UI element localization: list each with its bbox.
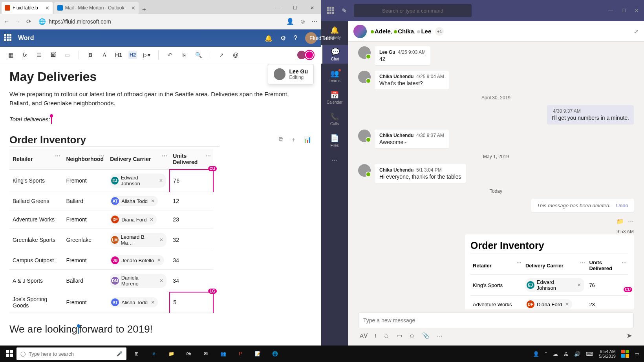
powerpoint-icon[interactable]: P xyxy=(232,347,248,360)
cell-units[interactable]: 76 xyxy=(170,170,213,192)
copy-component-icon[interactable]: ⧉ xyxy=(279,136,283,144)
participant-names[interactable]: Adele, Chika, Lee xyxy=(371,28,431,35)
person-chip[interactable]: EJEdward Johnson✕ xyxy=(110,174,166,188)
cell-units[interactable]: 34 xyxy=(170,270,213,292)
person-chip[interactable]: JBJenaro Botello✕ xyxy=(110,255,164,265)
attach-icon[interactable]: 📎 xyxy=(422,332,430,339)
add-icon[interactable]: ＋ xyxy=(290,136,296,144)
font-button[interactable]: A xyxy=(100,51,109,59)
rail-calendar[interactable]: 📅Calendar xyxy=(321,88,348,107)
cell-retailer[interactable]: Joe's Sporting Goods xyxy=(9,292,63,313)
settings-icon[interactable]: ⚙ xyxy=(280,35,286,42)
cell-units[interactable]: 12 xyxy=(170,192,213,210)
person-chip[interactable]: DFDiana Ford✕ xyxy=(110,214,157,225)
message-incoming[interactable]: Chika Uchendu 4/30 9:37 AMAwesome~ xyxy=(358,130,634,148)
cell-neighborhood[interactable]: Fremont xyxy=(63,251,107,270)
presence-avatar[interactable] xyxy=(304,50,315,60)
column-menu-icon[interactable]: ⋯ xyxy=(55,153,60,159)
cell-units[interactable]: 32 xyxy=(170,229,213,251)
new-message-icon[interactable]: ✎ xyxy=(342,7,347,15)
inventory-table[interactable]: Retailer⋯Neighborhood⋯Delivery Carrier⋯U… xyxy=(9,149,214,313)
table-header[interactable]: Retailer⋯ xyxy=(9,149,63,170)
document-canvas[interactable]: May Deliveries We're preparing to rollou… xyxy=(0,63,321,346)
person-chip[interactable]: LMLeonard B. Ma…✕ xyxy=(110,233,166,247)
table-header[interactable]: Neighborhood⋯ xyxy=(63,149,107,170)
chip-remove-icon[interactable]: ✕ xyxy=(150,217,154,222)
cell-retailer[interactable]: Adventure Works xyxy=(9,210,63,229)
search-icon[interactable]: 🔍 xyxy=(194,51,203,59)
cell-units[interactable]: 23 xyxy=(170,210,213,229)
table-row[interactable]: A & J SportsBallardDMDaniela Moreno✕34 xyxy=(9,270,213,292)
person-chip[interactable]: EJEdward Johnson✕ xyxy=(525,278,584,292)
help-icon[interactable]: ? xyxy=(294,35,297,42)
participant-overflow[interactable]: +1 xyxy=(435,27,444,36)
teams-app-icon[interactable]: 👥 xyxy=(215,347,231,360)
notepad-icon[interactable]: 📝 xyxy=(250,347,265,360)
rail-calls[interactable]: 📞Calls xyxy=(321,110,348,128)
gif-icon[interactable]: ▭ xyxy=(397,332,402,339)
presence-stack[interactable] xyxy=(296,50,315,60)
cell-retailer[interactable]: King's Sports xyxy=(9,170,63,192)
chip-remove-icon[interactable]: ✕ xyxy=(577,282,581,288)
table-header[interactable]: Units Delivered⋯ xyxy=(170,149,213,170)
cell-retailer[interactable]: Campus Outpost xyxy=(9,251,63,270)
message-avatar[interactable] xyxy=(358,46,371,59)
table-row[interactable]: Greenlake SportsGreenlakeLMLeonard B. Ma… xyxy=(9,229,213,251)
compose-input[interactable] xyxy=(363,317,629,324)
card-header[interactable]: Units Delivered⋯ xyxy=(587,256,628,275)
explorer-icon[interactable]: 📁 xyxy=(163,347,179,360)
table-row[interactable]: Adventure WorksFremontDFDiana Ford✕23 xyxy=(9,210,213,229)
cell-carrier[interactable]: ATAlisha Todd✕ xyxy=(107,192,170,210)
new-tab-button[interactable]: ＋ xyxy=(139,5,150,14)
section-heading[interactable]: Order Inventory xyxy=(9,134,220,146)
menu-icon[interactable]: ⋯ xyxy=(311,18,318,25)
cell-neighborhood[interactable]: Fremont xyxy=(63,292,107,313)
onedrive-icon[interactable]: ☁ xyxy=(553,351,558,357)
language-icon[interactable]: ⌨ xyxy=(586,351,593,357)
notifications-icon[interactable]: 🔔 xyxy=(265,35,273,42)
cell-neighborhood[interactable]: Greenlake xyxy=(63,229,107,251)
cell-carrier[interactable]: ATAlisha Todd✕ xyxy=(107,292,170,313)
task-view-icon[interactable]: ⊞ xyxy=(129,347,145,360)
cell-carrier[interactable]: EJEdward Johnson✕ xyxy=(107,170,170,192)
rail-chat[interactable]: 💬Chat xyxy=(321,45,348,64)
store-icon[interactable]: 🛍 xyxy=(181,347,196,360)
mic-icon[interactable]: 🎤 xyxy=(117,351,123,357)
formula-icon[interactable]: fx xyxy=(20,51,29,59)
chip-remove-icon[interactable]: ✕ xyxy=(151,300,155,305)
popout-icon[interactable]: ⤢ xyxy=(634,28,639,35)
mail-icon[interactable]: ✉ xyxy=(198,347,214,360)
card-header[interactable]: Retailer⋯ xyxy=(470,256,523,275)
send-icon[interactable]: ➤ xyxy=(626,331,632,340)
message-incoming[interactable]: Chika Uchendu 5/1 3:04 PMHi everyone, th… xyxy=(358,164,634,183)
table-row[interactable]: King's SportsEJEdward Johnson✕76 xyxy=(470,275,628,296)
person-chip[interactable]: ATAlisha Todd✕ xyxy=(110,196,158,206)
chart-icon[interactable]: 📊 xyxy=(304,136,311,144)
image-icon[interactable]: 🖼 xyxy=(49,51,57,59)
message-avatar[interactable] xyxy=(358,71,371,83)
chip-remove-icon[interactable]: ✕ xyxy=(159,237,163,243)
table-row[interactable]: Joe's Sporting GoodsFremontATAlisha Todd… xyxy=(9,292,213,313)
emoji-icon[interactable]: ☺ xyxy=(383,333,389,339)
priority-icon[interactable]: ! xyxy=(375,333,376,339)
browser-icon[interactable]: 🌐 xyxy=(267,347,283,360)
tab-close-icon[interactable]: ✕ xyxy=(45,5,49,11)
browser-tab-active[interactable]: FluidTable.b ✕ xyxy=(2,2,53,14)
table-header[interactable]: Delivery Carrier⋯ xyxy=(107,149,170,170)
share-icon[interactable]: ↗ xyxy=(217,51,226,59)
window-maximize-icon[interactable]: ☐ xyxy=(622,8,626,13)
chip-remove-icon[interactable]: ✕ xyxy=(157,258,161,263)
heading1-button[interactable]: H1 xyxy=(114,51,123,59)
message-avatar[interactable] xyxy=(358,130,371,142)
cell-units[interactable]: 34 xyxy=(170,251,213,270)
person-chip[interactable]: ATAlisha Todd✕ xyxy=(110,297,158,307)
message-outgoing[interactable]: 4/30 9:37 AMI'll get you numbers in a mi… xyxy=(358,105,634,124)
network-icon[interactable]: 🖧 xyxy=(564,351,569,357)
chat-log[interactable]: Lee Gu 4/25 9:03 AM42Chika Uchendu 4/25 … xyxy=(348,42,644,309)
mention-icon[interactable]: @ xyxy=(231,51,240,59)
cell-neighborhood[interactable]: Fremont xyxy=(63,170,107,192)
closing-line[interactable]: We are lookingforward to 2019! xyxy=(9,323,311,335)
cell-retailer[interactable]: Greenlake Sports xyxy=(9,229,63,251)
window-maximize-icon[interactable]: ☐ xyxy=(286,2,304,14)
teams-search-input[interactable] xyxy=(360,8,466,14)
